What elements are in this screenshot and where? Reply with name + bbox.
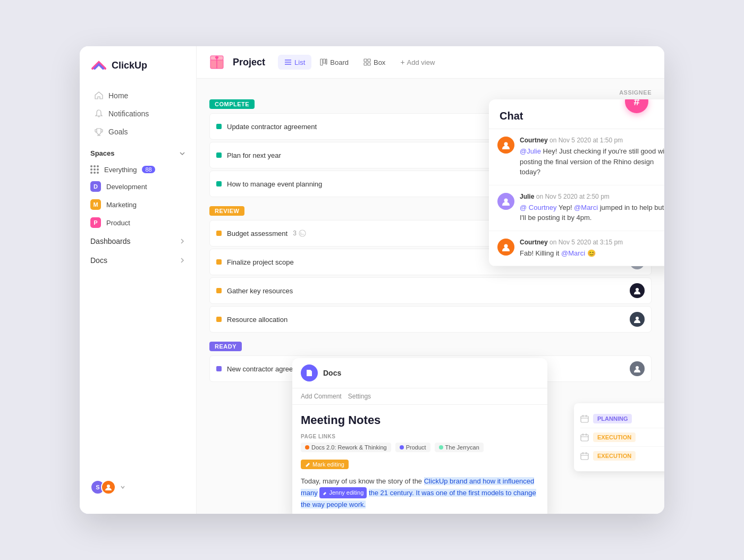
svg-point-19 [299, 230, 306, 236]
main-content: Project List Board [197, 46, 664, 514]
tag-badge-execution-1: EXECUTION [593, 432, 636, 442]
box-tab-icon [363, 58, 371, 66]
add-icon: + [400, 58, 404, 66]
mention: @ Courtney [520, 203, 557, 211]
page-link[interactable]: Product [395, 443, 430, 452]
chat-avatar-julie [497, 193, 514, 210]
tag-row-1: PLANNING [580, 410, 664, 428]
list-tab-icon [284, 58, 292, 66]
development-label: Development [106, 183, 147, 191]
task-left: Gather key resources [216, 287, 293, 295]
task-dot-yellow [216, 231, 222, 236]
sidebar-item-development[interactable]: D Development [80, 177, 196, 196]
pencil-icon [305, 462, 310, 467]
task-left: Resource allocation [216, 316, 288, 324]
main-header: Project List Board [197, 46, 664, 79]
task-name: Gather key resources [227, 287, 293, 295]
add-comment-button[interactable]: Add Comment [301, 393, 342, 400]
page-link[interactable]: The Jerrycan [435, 443, 484, 452]
page-link-label: Product [406, 444, 426, 451]
tab-list[interactable]: List [278, 55, 311, 70]
task-row[interactable]: Resource allocation [209, 306, 652, 333]
calendar-icon [580, 433, 589, 442]
svg-rect-9 [320, 59, 323, 65]
chat-avatar-courtney-2 [497, 239, 514, 256]
sidebar-item-everything[interactable]: Everything 88 [80, 162, 196, 177]
calendar-icon [580, 414, 589, 423]
marketing-label: Marketing [106, 201, 137, 209]
jenny-editing-badge: Jenny editing [319, 487, 367, 498]
page-link[interactable]: Docs 2.0: Rework & Thinking [301, 443, 391, 452]
task-row[interactable]: Gather key resources [209, 277, 652, 304]
task-name: Finalize project scope [227, 258, 294, 266]
chat-author-2: Julie [520, 193, 534, 200]
svg-point-25 [504, 142, 508, 146]
avatar-user [101, 480, 116, 495]
svg-rect-28 [581, 416, 588, 422]
chat-timestamp-1: on Nov 5 2020 at 1:50 pm [549, 137, 623, 144]
spaces-label: Spaces [90, 149, 115, 157]
page-link-label: The Jerrycan [445, 444, 479, 451]
chat-text-3: Fab! Killing it @Marci 😊 [520, 248, 623, 259]
sidebar-item-marketing[interactable]: M Marketing [80, 196, 196, 214]
tags-panel: PLANNING EXECUTION [574, 403, 664, 471]
add-view-label: Add view [407, 58, 435, 66]
everything-count: 88 [142, 166, 155, 173]
chevron-right-icon-docs [179, 257, 185, 264]
page-link-dot [400, 445, 404, 449]
everything-label: Everything [104, 166, 137, 174]
assignee-header: ASSIGNEE [619, 89, 652, 96]
logo-area[interactable]: ClickUp [80, 57, 196, 87]
task-avatar [630, 361, 645, 376]
settings-button[interactable]: Settings [348, 393, 371, 400]
chat-panel: # Chat Courtney on Nov 5 2020 at 1:50 pm… [489, 99, 664, 266]
task-left: Plan for next year [216, 151, 281, 159]
svg-point-24 [636, 366, 639, 369]
sidebar-item-notifications[interactable]: Notifications [84, 105, 192, 123]
goals-label: Goals [108, 128, 128, 136]
chat-message-2: Julie on Nov 5 2020 at 2:50 pm @ Courtne… [489, 185, 664, 231]
view-tabs: List Board [278, 55, 441, 70]
task-name: Resource allocation [227, 316, 288, 324]
tab-board[interactable]: Board [314, 55, 355, 70]
sidebar-item-docs[interactable]: Docs [80, 251, 196, 270]
task-dot-yellow [216, 288, 222, 293]
mention: @Marci [574, 203, 598, 211]
tab-box-label: Box [374, 58, 385, 66]
chat-content-1: Courtney on Nov 5 2020 at 1:50 pm @Julie… [520, 137, 664, 177]
dashboards-label: Dashboards [90, 237, 131, 245]
user-avatars[interactable]: S [90, 480, 116, 495]
task-left: Budget assessment 3 [216, 230, 306, 237]
task-dot-yellow [216, 259, 222, 265]
svg-rect-14 [364, 63, 367, 65]
project-title: Project [233, 57, 265, 68]
project-icon [209, 55, 224, 70]
chat-author-1: Courtney [520, 137, 548, 144]
pencil-icon-jenny [323, 491, 327, 495]
home-label: Home [108, 91, 128, 100]
chat-message-3: Courtney on Nov 5 2020 at 3:15 pm Fab! K… [489, 231, 664, 267]
svg-point-23 [636, 317, 639, 320]
chevron-down-user-icon [120, 485, 125, 490]
task-dot-green [216, 181, 222, 186]
sidebar-item-dashboards[interactable]: Dashboards [80, 232, 196, 251]
sidebar-item-goals[interactable]: Goals [84, 123, 192, 141]
board-tab-icon [320, 58, 327, 66]
tab-box[interactable]: Box [357, 55, 392, 70]
sidebar-item-home[interactable]: Home [84, 87, 192, 105]
docs-icon [301, 364, 318, 381]
sidebar-item-product[interactable]: P Product [80, 214, 196, 232]
product-badge: P [90, 217, 101, 228]
chat-author-3: Courtney [520, 239, 548, 246]
chat-avatar-courtney [497, 137, 514, 154]
task-dot-green [216, 152, 222, 158]
tag-row-2: EXECUTION [580, 428, 664, 447]
task-left: Finalize project scope [216, 258, 294, 266]
mention: @Marci [561, 249, 585, 257]
add-view-button[interactable]: + Add view [394, 55, 441, 70]
section-label-ready: READY [209, 342, 242, 351]
product-label: Product [106, 219, 130, 227]
app-name: ClickUp [112, 60, 147, 71]
page-links-label: PAGE LINKS [301, 434, 539, 439]
task-dot-green [216, 124, 222, 129]
